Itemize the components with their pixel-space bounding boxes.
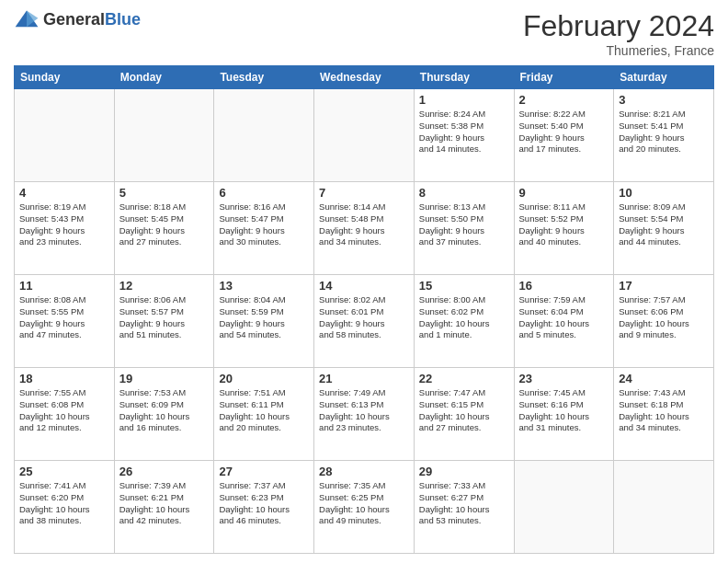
day-number: 5 (119, 186, 210, 200)
day-number: 17 (619, 279, 709, 293)
col-friday: Friday (514, 66, 614, 89)
day-number: 6 (219, 186, 309, 200)
table-row: 21Sunrise: 7:49 AM Sunset: 6:13 PM Dayli… (314, 368, 415, 461)
day-info: Sunrise: 7:51 AM Sunset: 6:11 PM Dayligh… (219, 387, 309, 434)
col-sunday: Sunday (15, 66, 115, 89)
table-row: 28Sunrise: 7:35 AM Sunset: 6:25 PM Dayli… (314, 461, 415, 554)
day-info: Sunrise: 8:22 AM Sunset: 5:40 PM Dayligh… (519, 109, 609, 155)
day-info: Sunrise: 7:49 AM Sunset: 6:13 PM Dayligh… (319, 387, 409, 434)
table-row: 10Sunrise: 8:09 AM Sunset: 5:54 PM Dayli… (614, 182, 714, 275)
day-number: 15 (419, 279, 509, 293)
day-number: 4 (19, 186, 109, 200)
day-info: Sunrise: 8:24 AM Sunset: 5:38 PM Dayligh… (419, 109, 509, 155)
day-info: Sunrise: 8:02 AM Sunset: 6:01 PM Dayligh… (319, 294, 409, 341)
day-info: Sunrise: 8:04 AM Sunset: 5:59 PM Dayligh… (219, 294, 309, 341)
calendar-week-4: 18Sunrise: 7:55 AM Sunset: 6:08 PM Dayli… (15, 368, 714, 461)
day-number: 22 (419, 372, 509, 385)
day-info: Sunrise: 7:53 AM Sunset: 6:09 PM Dayligh… (119, 387, 210, 434)
calendar-week-1: 1Sunrise: 8:24 AM Sunset: 5:38 PM Daylig… (15, 89, 714, 182)
header: GeneralBlue February 2024 Thumeries, Fra… (14, 9, 714, 58)
day-number: 3 (619, 93, 709, 107)
day-number: 16 (519, 279, 609, 293)
table-row: 9Sunrise: 8:11 AM Sunset: 5:52 PM Daylig… (514, 182, 614, 275)
logo: GeneralBlue (14, 9, 141, 29)
table-row: 24Sunrise: 7:43 AM Sunset: 6:18 PM Dayli… (614, 368, 714, 461)
day-number: 7 (319, 186, 409, 200)
table-row: 6Sunrise: 8:16 AM Sunset: 5:47 PM Daylig… (214, 182, 314, 275)
day-number: 20 (219, 372, 309, 385)
table-row: 29Sunrise: 7:33 AM Sunset: 6:27 PM Dayli… (414, 461, 514, 554)
table-row: 17Sunrise: 7:57 AM Sunset: 6:06 PM Dayli… (614, 275, 714, 368)
day-number: 2 (519, 93, 609, 107)
day-info: Sunrise: 8:16 AM Sunset: 5:47 PM Dayligh… (219, 201, 309, 248)
table-row: 15Sunrise: 8:00 AM Sunset: 6:02 PM Dayli… (414, 275, 514, 368)
table-row: 2Sunrise: 8:22 AM Sunset: 5:40 PM Daylig… (514, 89, 614, 182)
page: GeneralBlue February 2024 Thumeries, Fra… (0, 0, 728, 563)
table-row: 8Sunrise: 8:13 AM Sunset: 5:50 PM Daylig… (414, 182, 514, 275)
day-info: Sunrise: 7:35 AM Sunset: 6:25 PM Dayligh… (319, 480, 409, 527)
table-row: 27Sunrise: 7:37 AM Sunset: 6:23 PM Dayli… (214, 461, 314, 554)
day-number: 24 (619, 372, 709, 385)
col-saturday: Saturday (614, 66, 714, 89)
table-row: 18Sunrise: 7:55 AM Sunset: 6:08 PM Dayli… (15, 368, 115, 461)
table-row (514, 461, 614, 554)
day-info: Sunrise: 8:08 AM Sunset: 5:55 PM Dayligh… (19, 294, 109, 341)
logo-blue: Blue (105, 10, 141, 29)
logo-general: General (43, 10, 105, 29)
day-info: Sunrise: 8:09 AM Sunset: 5:54 PM Dayligh… (619, 201, 709, 248)
day-number: 27 (219, 465, 309, 478)
day-number: 19 (119, 372, 210, 385)
day-info: Sunrise: 8:13 AM Sunset: 5:50 PM Dayligh… (419, 201, 509, 248)
table-row (614, 461, 714, 554)
day-number: 28 (319, 465, 409, 478)
table-row: 13Sunrise: 8:04 AM Sunset: 5:59 PM Dayli… (214, 275, 314, 368)
day-info: Sunrise: 7:47 AM Sunset: 6:15 PM Dayligh… (419, 387, 509, 434)
day-info: Sunrise: 7:41 AM Sunset: 6:20 PM Dayligh… (19, 480, 109, 527)
day-info: Sunrise: 7:57 AM Sunset: 6:06 PM Dayligh… (619, 294, 709, 341)
table-row: 23Sunrise: 7:45 AM Sunset: 6:16 PM Dayli… (514, 368, 614, 461)
day-info: Sunrise: 7:37 AM Sunset: 6:23 PM Dayligh… (219, 480, 309, 527)
day-number: 13 (219, 279, 309, 293)
calendar-week-3: 11Sunrise: 8:08 AM Sunset: 5:55 PM Dayli… (15, 275, 714, 368)
day-info: Sunrise: 8:11 AM Sunset: 5:52 PM Dayligh… (519, 201, 609, 248)
days-header-row: Sunday Monday Tuesday Wednesday Thursday… (15, 66, 714, 89)
day-number: 21 (319, 372, 409, 385)
calendar-week-2: 4Sunrise: 8:19 AM Sunset: 5:43 PM Daylig… (15, 182, 714, 275)
day-info: Sunrise: 7:45 AM Sunset: 6:16 PM Dayligh… (519, 387, 609, 434)
table-row (314, 89, 415, 182)
day-info: Sunrise: 8:18 AM Sunset: 5:45 PM Dayligh… (119, 201, 210, 248)
col-wednesday: Wednesday (314, 66, 415, 89)
table-row: 22Sunrise: 7:47 AM Sunset: 6:15 PM Dayli… (414, 368, 514, 461)
table-row: 4Sunrise: 8:19 AM Sunset: 5:43 PM Daylig… (15, 182, 115, 275)
day-info: Sunrise: 8:14 AM Sunset: 5:48 PM Dayligh… (319, 201, 409, 248)
day-number: 26 (119, 465, 210, 478)
day-number: 11 (19, 279, 109, 293)
day-info: Sunrise: 7:55 AM Sunset: 6:08 PM Dayligh… (19, 387, 109, 434)
table-row: 11Sunrise: 8:08 AM Sunset: 5:55 PM Dayli… (15, 275, 115, 368)
table-row: 19Sunrise: 7:53 AM Sunset: 6:09 PM Dayli… (114, 368, 214, 461)
col-tuesday: Tuesday (214, 66, 314, 89)
day-info: Sunrise: 8:21 AM Sunset: 5:41 PM Dayligh… (619, 109, 709, 155)
table-row: 20Sunrise: 7:51 AM Sunset: 6:11 PM Dayli… (214, 368, 314, 461)
table-row: 3Sunrise: 8:21 AM Sunset: 5:41 PM Daylig… (614, 89, 714, 182)
table-row: 16Sunrise: 7:59 AM Sunset: 6:04 PM Dayli… (514, 275, 614, 368)
day-number: 8 (419, 186, 509, 200)
day-info: Sunrise: 8:00 AM Sunset: 6:02 PM Dayligh… (419, 294, 509, 341)
day-info: Sunrise: 8:06 AM Sunset: 5:57 PM Dayligh… (119, 294, 210, 341)
month-title: February 2024 (523, 9, 714, 43)
col-thursday: Thursday (414, 66, 514, 89)
day-info: Sunrise: 8:19 AM Sunset: 5:43 PM Dayligh… (19, 201, 109, 248)
location: Thumeries, France (523, 43, 714, 58)
table-row (114, 89, 214, 182)
day-number: 23 (519, 372, 609, 385)
day-number: 18 (19, 372, 109, 385)
day-number: 14 (319, 279, 409, 293)
day-number: 29 (419, 465, 509, 478)
day-number: 25 (19, 465, 109, 478)
table-row (214, 89, 314, 182)
calendar-week-5: 25Sunrise: 7:41 AM Sunset: 6:20 PM Dayli… (15, 461, 714, 554)
logo-text: GeneralBlue (43, 10, 141, 29)
table-row: 26Sunrise: 7:39 AM Sunset: 6:21 PM Dayli… (114, 461, 214, 554)
logo-icon (14, 9, 40, 29)
table-row (15, 89, 115, 182)
